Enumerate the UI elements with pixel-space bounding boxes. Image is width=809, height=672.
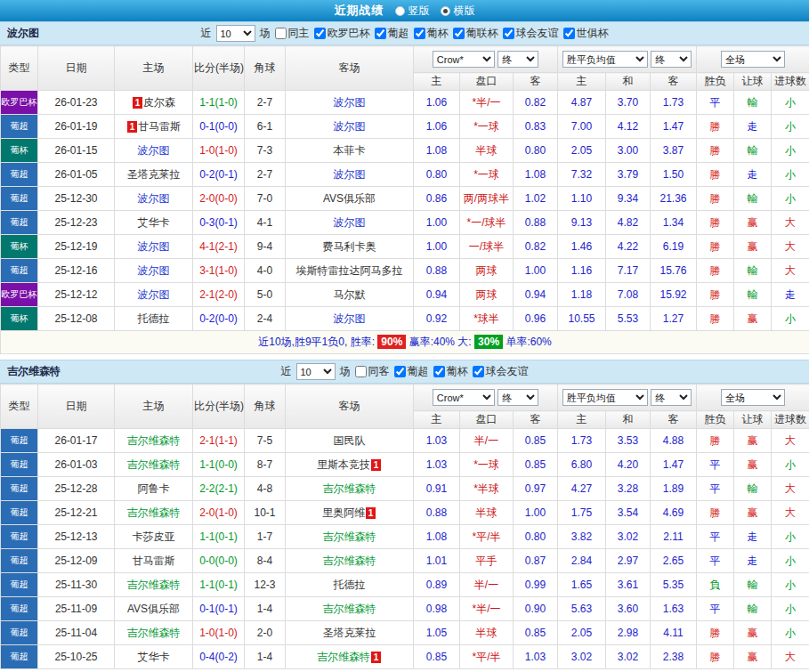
league-checkbox[interactable] bbox=[394, 366, 406, 377]
away-team[interactable]: 吉尔维森特 bbox=[286, 525, 414, 549]
home-team[interactable]: 波尔图 bbox=[115, 139, 193, 163]
table-row: 葡超 25-12-30 波尔图 2-0(0-0) 7-0 AVS俱乐部 0.86… bbox=[1, 187, 809, 211]
away-team[interactable]: 波尔图 bbox=[286, 163, 414, 187]
home-team[interactable]: 波尔图 bbox=[115, 283, 193, 307]
corner-count: 8-7 bbox=[245, 453, 286, 477]
odds-handicap: 一/球半 bbox=[460, 235, 514, 259]
away-team[interactable]: 吉尔维森特1 bbox=[286, 645, 414, 669]
avg-home-odds: 5.63 bbox=[558, 597, 606, 621]
league-filter[interactable]: 葡超 bbox=[394, 364, 429, 379]
recent-count-select[interactable]: 10 bbox=[296, 363, 336, 380]
home-team[interactable]: 艾华卡 bbox=[115, 645, 193, 669]
home-team[interactable]: 波尔图 bbox=[115, 187, 193, 211]
away-team[interactable]: 里斯本竞技1 bbox=[286, 453, 414, 477]
home-team[interactable]: 吉尔维森特 bbox=[115, 453, 193, 477]
odds-handicap: 半/一 bbox=[460, 429, 514, 453]
league-checkbox[interactable] bbox=[563, 28, 575, 39]
competition-badge: 葡超 bbox=[1, 211, 37, 234]
home-team[interactable]: 吉尔维森特 bbox=[115, 501, 193, 525]
home-team[interactable]: AVS俱乐部 bbox=[115, 597, 193, 621]
same-venue-filter[interactable]: 同主 bbox=[275, 26, 310, 41]
home-team[interactable]: 1皮尔森 bbox=[115, 91, 193, 115]
scope-select[interactable]: 全场 bbox=[721, 389, 785, 406]
league-checkbox[interactable] bbox=[314, 28, 326, 39]
away-team[interactable]: 吉尔维森特 bbox=[286, 477, 414, 501]
home-team[interactable]: 吉尔维森特 bbox=[115, 429, 193, 453]
team-name: 吉尔维森特 bbox=[127, 434, 181, 447]
away-team[interactable]: 里奥阿维1 bbox=[286, 501, 414, 525]
away-team[interactable]: AVS俱乐部 bbox=[286, 187, 414, 211]
away-team[interactable]: 马尔默 bbox=[286, 283, 414, 307]
team-name: 吉尔维森特 bbox=[323, 555, 376, 567]
team-name: 圣塔克莱拉 bbox=[127, 168, 181, 181]
same-venue-filter[interactable]: 同客 bbox=[355, 364, 390, 379]
bookmaker-select[interactable]: Crow* bbox=[433, 51, 495, 68]
radio-icon[interactable] bbox=[441, 6, 450, 16]
league-filter[interactable]: 葡杯 bbox=[414, 26, 449, 41]
away-team[interactable]: 波尔图 bbox=[286, 115, 414, 139]
result-goals: 小 bbox=[772, 91, 809, 115]
avg-final-select[interactable]: 终 bbox=[651, 389, 692, 406]
layout-horizontal-radio[interactable]: 横版 bbox=[441, 4, 475, 19]
away-team[interactable]: 波尔图 bbox=[286, 91, 414, 115]
avg-final-select[interactable]: 终 bbox=[651, 51, 692, 68]
team-name: 波尔图 bbox=[138, 192, 170, 205]
odds-final-select[interactable]: 终 bbox=[498, 51, 538, 68]
home-team[interactable]: 托德拉 bbox=[115, 307, 193, 331]
league-checkbox[interactable] bbox=[473, 366, 484, 377]
home-team[interactable]: 波尔图 bbox=[115, 235, 193, 259]
home-team[interactable]: 吉尔维森特 bbox=[115, 621, 193, 645]
league-filter[interactable]: 欧罗巴杯 bbox=[314, 26, 370, 41]
league-filter[interactable]: 葡联杯 bbox=[453, 26, 498, 41]
league-checkbox[interactable] bbox=[375, 28, 386, 39]
away-team[interactable]: 圣塔克莱拉 bbox=[286, 621, 414, 645]
avg-draw-odds: 3.02 bbox=[606, 525, 651, 549]
home-team[interactable]: 卡莎皮亚 bbox=[115, 525, 193, 549]
same-venue-checkbox[interactable] bbox=[355, 366, 367, 377]
same-venue-checkbox[interactable] bbox=[275, 28, 287, 39]
league-filter[interactable]: 球会友谊 bbox=[503, 26, 559, 41]
home-team[interactable]: 艾华卡 bbox=[115, 211, 193, 235]
subcol-handicap: 盘口 bbox=[460, 73, 514, 91]
away-team[interactable]: 吉尔维森特 bbox=[286, 549, 414, 573]
competition-badge: 葡超 bbox=[1, 573, 37, 596]
scope-select[interactable]: 全场 bbox=[721, 51, 785, 68]
away-team[interactable]: 波尔图 bbox=[286, 307, 414, 331]
home-team[interactable]: 阿鲁卡 bbox=[115, 477, 193, 501]
away-team[interactable]: 吉尔维森特 bbox=[286, 597, 414, 621]
home-team[interactable]: 波尔图 bbox=[115, 259, 193, 283]
league-filter[interactable]: 世俱杯 bbox=[563, 26, 609, 41]
away-team[interactable]: 托德拉 bbox=[286, 573, 414, 597]
league-filter[interactable]: 葡杯 bbox=[433, 364, 468, 379]
layout-vertical-radio[interactable]: 竖版 bbox=[395, 4, 430, 19]
league-checkbox[interactable] bbox=[414, 28, 425, 39]
away-team[interactable]: 波尔图 bbox=[286, 211, 414, 235]
away-team[interactable]: 埃斯特雷拉达阿马多拉 bbox=[286, 259, 414, 283]
home-team[interactable]: 吉尔维森特 bbox=[115, 573, 193, 597]
home-team[interactable]: 1甘马雷斯 bbox=[115, 115, 193, 139]
avg-draw-odds: 3.61 bbox=[606, 573, 651, 597]
home-team[interactable]: 甘马雷斯 bbox=[115, 549, 193, 573]
away-team[interactable]: 费马利卡奥 bbox=[286, 235, 414, 259]
odds-final-select[interactable]: 终 bbox=[498, 389, 538, 406]
recent-count-select[interactable]: 10 bbox=[216, 25, 255, 42]
radio-icon[interactable] bbox=[395, 6, 405, 16]
league-filter[interactable]: 葡超 bbox=[375, 26, 409, 41]
team-name: 艾华卡 bbox=[138, 651, 170, 663]
odds-home: 1.00 bbox=[414, 235, 460, 259]
avg-odds-select[interactable]: 胜平负均值 bbox=[562, 389, 648, 406]
odds-home: 0.91 bbox=[414, 477, 460, 501]
table-row: 葡超 26-01-19 1甘马雷斯 0-1(0-0) 6-1 波尔图 1.06 … bbox=[1, 115, 809, 139]
away-team[interactable]: 国民队 bbox=[286, 429, 414, 453]
odds-home: 1.05 bbox=[414, 621, 460, 645]
home-team[interactable]: 圣塔克莱拉 bbox=[115, 163, 193, 187]
away-team[interactable]: 本菲卡 bbox=[286, 139, 414, 163]
league-checkbox[interactable] bbox=[503, 28, 514, 39]
bookmaker-select[interactable]: Crow* bbox=[433, 389, 495, 406]
league-filter[interactable]: 球会友谊 bbox=[473, 364, 529, 379]
avg-home-odds: 6.80 bbox=[558, 453, 606, 477]
team-name: 本菲卡 bbox=[334, 144, 366, 157]
league-checkbox[interactable] bbox=[433, 366, 445, 377]
avg-odds-select[interactable]: 胜平负均值 bbox=[562, 51, 648, 68]
league-checkbox[interactable] bbox=[453, 28, 465, 39]
